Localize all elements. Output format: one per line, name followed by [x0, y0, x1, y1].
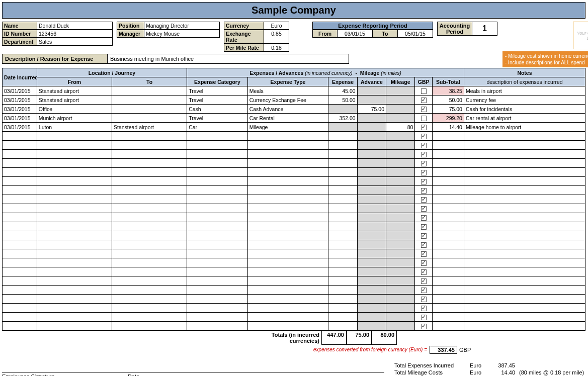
checkbox-gbp[interactable]	[421, 161, 427, 166]
cell-type[interactable]	[247, 267, 328, 276]
cell-to[interactable]	[112, 141, 187, 150]
cell-to[interactable]	[112, 213, 187, 222]
cell-gbp[interactable]	[415, 96, 432, 105]
cell-from[interactable]	[37, 186, 112, 195]
cell-type[interactable]	[247, 204, 328, 213]
value-currency[interactable]: Euro	[264, 22, 289, 30]
cell-gbp[interactable]	[415, 186, 432, 195]
cell-subtotal[interactable]	[432, 231, 464, 240]
cell-expense[interactable]	[328, 231, 357, 240]
cell-date[interactable]	[3, 267, 37, 276]
cell-advance[interactable]	[357, 258, 386, 267]
cell-type[interactable]	[247, 177, 328, 186]
checkbox-gbp[interactable]	[421, 306, 427, 311]
cell-subtotal[interactable]	[432, 313, 464, 322]
cell-from[interactable]	[37, 322, 112, 331]
cell-notes[interactable]	[464, 231, 585, 240]
cell-mileage[interactable]	[386, 186, 415, 195]
cell-notes[interactable]: Mileage home to airport	[464, 123, 585, 132]
cell-to[interactable]	[112, 168, 187, 177]
cell-date[interactable]	[3, 313, 37, 322]
cell-from[interactable]	[37, 195, 112, 204]
cell-advance[interactable]	[357, 177, 386, 186]
cell-to[interactable]	[112, 276, 187, 286]
cell-subtotal[interactable]	[432, 249, 464, 258]
cell-type[interactable]	[247, 276, 328, 286]
cell-type[interactable]	[247, 231, 328, 240]
cell-to[interactable]	[112, 258, 187, 267]
cell-date[interactable]	[3, 177, 37, 186]
cell-date[interactable]	[3, 195, 37, 204]
cell-from[interactable]	[37, 222, 112, 231]
checkbox-gbp[interactable]	[421, 197, 427, 203]
cell-date[interactable]	[3, 249, 37, 258]
checkbox-gbp[interactable]	[421, 206, 427, 212]
cell-subtotal[interactable]	[432, 150, 464, 159]
checkbox-gbp[interactable]	[421, 260, 427, 266]
cell-advance[interactable]	[357, 313, 386, 322]
cell-advance[interactable]	[357, 249, 386, 258]
cell-advance[interactable]	[357, 186, 386, 195]
checkbox-gbp[interactable]	[421, 107, 427, 112]
cell-mileage[interactable]	[386, 322, 415, 331]
cell-from[interactable]	[37, 258, 112, 267]
cell-expense[interactable]	[328, 159, 357, 168]
cell-date[interactable]	[3, 276, 37, 286]
cell-mileage[interactable]	[386, 231, 415, 240]
cell-gbp[interactable]	[415, 168, 432, 177]
checkbox-gbp[interactable]	[421, 278, 427, 284]
cell-to[interactable]	[112, 159, 187, 168]
cell-subtotal[interactable]: 299.20	[432, 114, 464, 123]
cell-to[interactable]	[112, 295, 187, 304]
cell-cat[interactable]	[187, 295, 247, 304]
cell-mileage[interactable]	[386, 150, 415, 159]
cell-cat[interactable]	[187, 141, 247, 150]
checkbox-gbp[interactable]	[421, 134, 427, 139]
cell-type[interactable]	[247, 150, 328, 159]
cell-date[interactable]: 03/01/2015	[3, 86, 37, 96]
cell-notes[interactable]	[464, 186, 585, 195]
checkbox-gbp[interactable]	[421, 143, 427, 148]
cell-date[interactable]	[3, 150, 37, 159]
cell-date[interactable]	[3, 240, 37, 249]
cell-notes[interactable]	[464, 132, 585, 141]
checkbox-gbp[interactable]	[421, 269, 427, 275]
value-from[interactable]: 03/01/15	[338, 30, 373, 38]
cell-cat[interactable]	[187, 322, 247, 331]
cell-mileage[interactable]	[386, 258, 415, 267]
cell-notes[interactable]	[464, 177, 585, 186]
cell-notes[interactable]	[464, 159, 585, 168]
cell-cat[interactable]	[187, 231, 247, 240]
cell-to[interactable]	[112, 186, 187, 195]
value-dept[interactable]: Sales	[37, 38, 113, 46]
cell-subtotal[interactable]	[432, 222, 464, 231]
cell-cat[interactable]	[187, 267, 247, 276]
cell-from[interactable]: Luton	[37, 123, 112, 132]
cell-advance[interactable]	[357, 231, 386, 240]
cell-to[interactable]	[112, 150, 187, 159]
cell-subtotal[interactable]	[432, 159, 464, 168]
cell-expense[interactable]	[328, 295, 357, 304]
cell-date[interactable]	[3, 213, 37, 222]
cell-type[interactable]	[247, 195, 328, 204]
value-permile[interactable]: 0.18	[264, 44, 289, 52]
cell-expense[interactable]	[328, 195, 357, 204]
cell-mileage[interactable]	[386, 141, 415, 150]
cell-gbp[interactable]	[415, 123, 432, 132]
cell-subtotal[interactable]	[432, 141, 464, 150]
cell-advance[interactable]	[357, 168, 386, 177]
cell-cat[interactable]	[187, 168, 247, 177]
cell-mileage[interactable]	[386, 168, 415, 177]
cell-subtotal[interactable]: 75.00	[432, 105, 464, 114]
cell-type[interactable]: Meals	[247, 86, 328, 96]
cell-advance[interactable]	[357, 86, 386, 96]
cell-expense[interactable]	[328, 204, 357, 213]
cell-mileage[interactable]	[386, 86, 415, 96]
cell-notes[interactable]	[464, 141, 585, 150]
cell-type[interactable]	[247, 286, 328, 295]
checkbox-gbp[interactable]	[421, 324, 427, 329]
checkbox-gbp[interactable]	[421, 188, 427, 194]
cell-cat[interactable]	[187, 150, 247, 159]
cell-cat[interactable]	[187, 276, 247, 286]
cell-type[interactable]: Currency Exchange Fee	[247, 96, 328, 105]
